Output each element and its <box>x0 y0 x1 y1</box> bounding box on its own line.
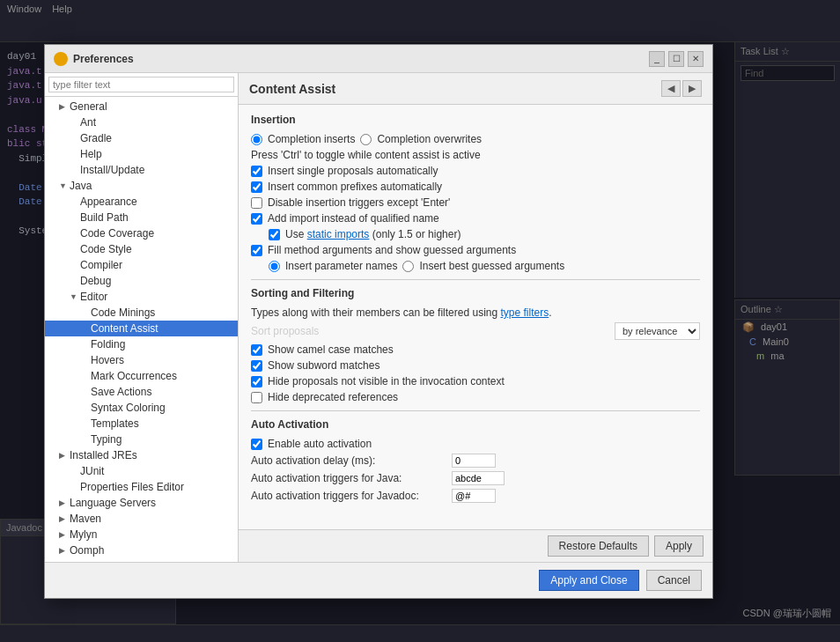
apply-and-close-button[interactable]: Apply and Close <box>539 570 638 591</box>
tree-item-code-coverage[interactable]: Code Coverage <box>45 225 238 241</box>
label-insert-single: Insert single proposals automatically <box>268 165 438 177</box>
content-header: Content Assist ◀ ▶ <box>239 73 712 105</box>
label-sort-proposals: Sort proposals <box>251 325 319 337</box>
restore-defaults-button[interactable]: Restore Defaults <box>548 535 649 557</box>
dialog-title: Preferences <box>73 53 134 65</box>
option-add-import: Add import instead of qualified name <box>251 212 700 225</box>
tree-item-mark-occurrences[interactable]: Mark Occurrences <box>45 368 238 384</box>
option-param-names: Insert parameter names Insert best guess… <box>251 260 700 272</box>
check-disable-triggers[interactable] <box>251 197 262 209</box>
content-nav-buttons: ◀ ▶ <box>661 80 702 97</box>
section-divider-2 <box>251 410 700 411</box>
sort-proposals-row: Sort proposals by relevance alphabetical… <box>251 322 700 340</box>
aa-input-javadoc[interactable] <box>452 489 496 503</box>
radio-best-guessed[interactable] <box>402 261 414 272</box>
option-fill-method: Fill method arguments and show guessed a… <box>251 244 700 256</box>
aa-input-java[interactable] <box>452 471 505 485</box>
label-completion-inserts: Completion inserts <box>268 133 355 145</box>
option-hide-not-visible: Hide proposals not visible in the invoca… <box>251 375 700 387</box>
option-common-prefixes: Insert common prefixes automatically <box>251 181 700 193</box>
label-type-filters: Types along with their members can be fi… <box>251 306 552 319</box>
label-camel-case: Show camel case matches <box>268 343 394 356</box>
tree-item-language-servers[interactable]: ▶Language Servers <box>45 495 238 511</box>
auto-activation-table: Auto activation delay (ms): Auto activat… <box>251 454 700 503</box>
label-ctrl-toggle: Press 'Ctrl' to toggle while content ass… <box>251 149 481 161</box>
restore-apply-bar: Restore Defaults Apply <box>239 529 712 562</box>
check-camel-case[interactable] <box>251 344 262 356</box>
tree-item-oomph[interactable]: ▶Oomph <box>45 542 238 558</box>
aa-row-java: Auto activation triggers for Java: <box>251 471 700 485</box>
check-hide-deprecated[interactable] <box>251 392 262 403</box>
check-hide-not-visible[interactable] <box>251 376 262 387</box>
label-hide-deprecated: Hide deprecated references <box>268 391 398 403</box>
label-subword: Show subword matches <box>268 359 379 372</box>
tree-item-java[interactable]: ▼Java <box>45 178 238 194</box>
dialog-minimize-button[interactable]: ⎯ <box>649 51 665 67</box>
tree-item-hovers[interactable]: Hovers <box>45 352 238 368</box>
option-hide-deprecated: Hide deprecated references <box>251 391 700 403</box>
radio-completion-overwrites[interactable] <box>360 134 372 145</box>
tree-item-folding[interactable]: Folding <box>45 336 238 352</box>
tree-item-content-assist[interactable]: Content Assist <box>45 321 238 336</box>
check-subword[interactable] <box>251 360 262 372</box>
dialog-title-buttons: ⎯ ☐ ✕ <box>649 51 704 67</box>
aa-row-delay: Auto activation delay (ms): <box>251 454 700 468</box>
tree-item-save-actions[interactable]: Save Actions <box>45 384 238 400</box>
tree-item-general[interactable]: ▶General <box>45 99 238 114</box>
tree-item-appearance[interactable]: Appearance <box>45 194 238 210</box>
radio-param-names[interactable] <box>269 261 280 272</box>
link-static-imports[interactable]: static imports <box>307 228 370 240</box>
aa-input-delay[interactable] <box>452 454 496 468</box>
tree-item-debug[interactable]: Debug <box>45 273 238 289</box>
dialog-close-button[interactable]: ✕ <box>688 51 704 67</box>
tree-filter <box>45 73 238 97</box>
label-enable-auto: Enable auto activation <box>268 438 372 450</box>
label-fill-method: Fill method arguments and show guessed a… <box>268 244 516 256</box>
sort-proposals-select[interactable]: by relevance alphabetically <box>615 322 700 340</box>
dialog-titlebar: Preferences ⎯ ☐ ✕ <box>45 45 712 73</box>
tree-item-compiler[interactable]: Compiler <box>45 257 238 273</box>
tree-item-build-path[interactable]: Build Path <box>45 210 238 225</box>
apply-button[interactable]: Apply <box>654 535 704 557</box>
tree-item-help[interactable]: Help <box>45 146 238 162</box>
tree-item-typing[interactable]: Typing <box>45 432 238 447</box>
tree-item-installed-jres[interactable]: ▶Installed JREs <box>45 447 238 463</box>
option-camel-case: Show camel case matches <box>251 343 700 356</box>
check-insert-single[interactable] <box>251 166 262 177</box>
tree-item-syntax-coloring[interactable]: Syntax Coloring <box>45 400 238 416</box>
nav-back-button[interactable]: ◀ <box>661 80 681 97</box>
check-common-prefixes[interactable] <box>251 181 262 193</box>
tree-item-install-update[interactable]: Install/Update <box>45 162 238 178</box>
tree-item-gradle[interactable]: Gradle <box>45 130 238 146</box>
content-title: Content Assist <box>249 82 335 96</box>
check-static-imports[interactable] <box>269 229 280 240</box>
tree-item-properties-files-editor[interactable]: Properties Files Editor <box>45 479 238 495</box>
tree-item-junit[interactable]: JUnit <box>45 463 238 479</box>
dialog-maximize-button[interactable]: ☐ <box>668 51 684 67</box>
tree-item-mylyn[interactable]: ▶Mylyn <box>45 527 238 542</box>
check-fill-method[interactable] <box>251 245 262 256</box>
tree-filter-input[interactable] <box>48 77 234 92</box>
tree-item-code-style[interactable]: Code Style <box>45 241 238 257</box>
tree-item-templates[interactable]: Templates <box>45 416 238 432</box>
tree-item-code-minings[interactable]: Code Minings <box>45 305 238 321</box>
dialog-title-left: Preferences <box>54 52 134 66</box>
nav-forward-button[interactable]: ▶ <box>682 80 702 97</box>
link-type-filters[interactable]: type filters <box>500 306 549 319</box>
option-insert-single: Insert single proposals automatically <box>251 165 700 177</box>
tree-item-ant[interactable]: Ant <box>45 114 238 130</box>
radio-completion-inserts[interactable] <box>251 134 262 145</box>
label-add-import: Add import instead of qualified name <box>268 212 439 225</box>
section-sorting-title: Sorting and Filtering <box>251 287 700 299</box>
check-add-import[interactable] <box>251 213 262 225</box>
tree-panel: ▶General Ant Gradle Help Install/Update … <box>45 73 239 562</box>
option-enable-auto: Enable auto activation <box>251 438 700 450</box>
check-enable-auto[interactable] <box>251 439 262 450</box>
dialog-body: ▶General Ant Gradle Help Install/Update … <box>45 73 712 562</box>
cancel-button[interactable]: Cancel <box>646 570 702 591</box>
label-disable-triggers: Disable insertion triggers except 'Enter… <box>268 196 450 209</box>
option-static-imports: Use static imports (only 1.5 or higher) <box>251 228 700 240</box>
tree-item-maven[interactable]: ▶Maven <box>45 511 238 527</box>
aa-label-javadoc: Auto activation triggers for Javadoc: <box>251 490 445 502</box>
tree-item-editor[interactable]: ▼Editor <box>45 289 238 305</box>
